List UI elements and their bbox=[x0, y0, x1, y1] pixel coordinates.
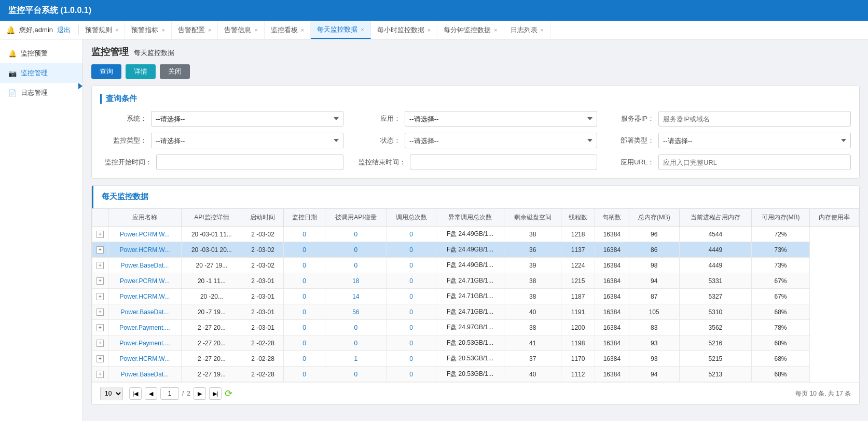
sidebar-item-监控管理[interactable]: 📷监控管理 bbox=[0, 63, 82, 83]
expand-icon[interactable]: + bbox=[97, 277, 104, 285]
monitor-type-select[interactable]: --请选择-- bbox=[151, 133, 343, 148]
app-name-link[interactable]: Power.HCRM.W... bbox=[120, 246, 170, 254]
prev-page-button[interactable]: ◀ bbox=[145, 387, 157, 400]
app-name-link[interactable]: Power.HCRM.W... bbox=[120, 293, 170, 300]
tab-close-icon[interactable]: × bbox=[161, 27, 164, 33]
app-name-link[interactable]: Power.PCRM.W... bbox=[120, 277, 170, 285]
app-name-link[interactable]: Power.BaseDat... bbox=[121, 308, 169, 316]
tab-close-icon[interactable]: × bbox=[494, 27, 497, 33]
table-cell: 67% bbox=[751, 273, 809, 289]
tab-close-icon[interactable]: × bbox=[428, 27, 431, 33]
detail-button[interactable]: 详情 bbox=[126, 64, 156, 79]
expand-icon[interactable]: + bbox=[97, 308, 104, 316]
table-cell: 2 -27 20... bbox=[181, 335, 242, 351]
table-cell: 0 bbox=[284, 304, 325, 320]
table-row[interactable]: +Power.HCRM.W...20 -20...2 -03-010140F盘 … bbox=[92, 289, 859, 304]
table-row[interactable]: +Power.PCRM.W...20 -1 11...2 -03-010180F… bbox=[92, 273, 859, 289]
tab-每天监控数据[interactable]: 每天监控数据× bbox=[311, 21, 370, 39]
sidebar-item-日志管理[interactable]: 📄日志管理 bbox=[0, 83, 82, 103]
table-cell: 0 bbox=[284, 242, 325, 258]
next-page-button[interactable]: ▶ bbox=[194, 387, 206, 400]
end-time-input[interactable]: 2 1 00:00:00 bbox=[410, 155, 597, 170]
tab-每小时监控数据[interactable]: 每小时监控数据× bbox=[371, 21, 437, 39]
expand-icon[interactable]: + bbox=[97, 231, 104, 238]
table-row[interactable]: +Power.PCRM.W...20 -03-01 11...2 -03-020… bbox=[92, 227, 859, 242]
table-row[interactable]: +Power.Payment....2 -27 20...2 -03-01000… bbox=[92, 320, 859, 335]
app-name-link[interactable]: Power.HCRM.W... bbox=[120, 355, 170, 362]
row-expand-cell[interactable]: + bbox=[92, 273, 108, 289]
page-size-select[interactable]: 102050 bbox=[100, 387, 123, 400]
col-header-当前进程占用内存: 当前进程占用内存 bbox=[679, 209, 751, 227]
expand-icon[interactable]: + bbox=[97, 293, 104, 300]
tab-日志列表[interactable]: 日志列表× bbox=[504, 21, 550, 39]
logout-link[interactable]: 退出 bbox=[57, 25, 71, 35]
expand-icon[interactable]: + bbox=[97, 246, 104, 254]
table-row[interactable]: +Power.BaseDat...20 -27 19...2 -03-02000… bbox=[92, 258, 859, 273]
table-row[interactable]: +Power.HCRM.W...2 -27 20...2 -02-28010F盘… bbox=[92, 351, 859, 367]
expand-icon[interactable]: + bbox=[97, 340, 104, 347]
query-button[interactable]: 查询 bbox=[91, 64, 121, 79]
table-cell: 40 bbox=[504, 304, 561, 320]
first-page-button[interactable]: |◀ bbox=[129, 387, 142, 400]
tab-close-icon[interactable]: × bbox=[254, 27, 257, 33]
app-name-link[interactable]: Power.PCRM.W... bbox=[120, 231, 170, 238]
app-name-link[interactable]: Power.Payment.... bbox=[119, 324, 170, 331]
row-expand-cell[interactable]: + bbox=[92, 335, 108, 351]
tab-预警指标[interactable]: 预警指标× bbox=[125, 21, 171, 39]
system-select[interactable]: --请选择-- bbox=[151, 111, 343, 127]
row-expand-cell[interactable]: + bbox=[92, 351, 108, 367]
table-cell: 68% bbox=[751, 351, 809, 367]
status-select[interactable]: --请选择-- bbox=[405, 133, 597, 148]
tab-label: 每分钟监控数据 bbox=[444, 25, 491, 35]
table-cell: 20 -27 19... bbox=[181, 258, 242, 273]
tab-close-icon[interactable]: × bbox=[208, 27, 211, 33]
row-expand-cell[interactable]: + bbox=[92, 242, 108, 258]
tab-告警配置[interactable]: 告警配置× bbox=[172, 21, 218, 39]
table-cell: 0 bbox=[387, 351, 436, 367]
table-cell: 41 bbox=[504, 335, 561, 351]
table-row[interactable]: +Power.BaseDat...20 -7 19...2 -03-010560… bbox=[92, 304, 859, 320]
table-cell: 5213 bbox=[679, 367, 751, 382]
start-time-input[interactable]: 20 1 00:00:00 bbox=[156, 155, 343, 170]
app-name-link[interactable]: Power.Payment.... bbox=[119, 340, 170, 347]
expand-icon[interactable]: + bbox=[97, 262, 104, 269]
app-name-link[interactable]: Power.BaseDat... bbox=[121, 262, 169, 269]
tab-告警信息[interactable]: 告警信息× bbox=[218, 21, 264, 39]
row-expand-cell[interactable]: + bbox=[92, 367, 108, 382]
camera-icon: 📷 bbox=[8, 69, 17, 77]
row-expand-cell[interactable]: + bbox=[92, 227, 108, 242]
table-row[interactable]: +Power.Payment....2 -27 20...2 -02-28000… bbox=[92, 335, 859, 351]
row-expand-cell[interactable]: + bbox=[92, 258, 108, 273]
table-row[interactable]: +Power.BaseDat...2 -27 19...2 -02-28000F… bbox=[92, 367, 859, 382]
status-row: 状态： --请选择-- bbox=[354, 133, 597, 148]
tab-close-icon[interactable]: × bbox=[361, 26, 364, 33]
tab-close-icon[interactable]: × bbox=[541, 27, 544, 33]
topbar: 🔔 您好,admin 退出 预警规则×预警指标×告警配置×告警信息×监控看板×每… bbox=[0, 21, 868, 39]
app-name-link[interactable]: Power.BaseDat... bbox=[121, 371, 169, 378]
table-cell: 96 bbox=[629, 227, 679, 242]
refresh-button[interactable]: ⟳ bbox=[225, 388, 232, 399]
row-expand-cell[interactable]: + bbox=[92, 320, 108, 335]
last-page-button[interactable]: ▶| bbox=[209, 387, 222, 400]
row-expand-cell[interactable]: + bbox=[92, 304, 108, 320]
tab-每分钟监控数据[interactable]: 每分钟监控数据× bbox=[437, 21, 504, 39]
close-button[interactable]: 关闭 bbox=[160, 64, 190, 79]
row-expand-cell[interactable]: + bbox=[92, 289, 108, 304]
tab-close-icon[interactable]: × bbox=[115, 27, 118, 33]
table-cell: 0 bbox=[387, 304, 436, 320]
expand-icon[interactable]: + bbox=[97, 324, 104, 331]
tab-预警规则[interactable]: 预警规则× bbox=[79, 21, 125, 39]
page-number-input[interactable] bbox=[160, 387, 179, 400]
app-select[interactable]: --请选择-- bbox=[405, 111, 597, 127]
deploy-type-select[interactable]: --请选择-- bbox=[658, 133, 851, 148]
tab-监控看板[interactable]: 监控看板× bbox=[265, 21, 311, 39]
expand-icon[interactable]: + bbox=[97, 371, 104, 378]
table-cell: 0 bbox=[387, 242, 436, 258]
server-ip-input[interactable] bbox=[658, 111, 851, 127]
tab-close-icon[interactable]: × bbox=[301, 27, 304, 33]
app-url-input[interactable] bbox=[658, 155, 851, 170]
expand-icon[interactable]: + bbox=[97, 355, 104, 362]
sidebar-item-监控预警[interactable]: 🔔监控预警 bbox=[0, 44, 82, 63]
table-cell: 56 bbox=[325, 304, 387, 320]
table-row[interactable]: +Power.HCRM.W...20 -03-01 20...2 -03-020… bbox=[92, 242, 859, 258]
